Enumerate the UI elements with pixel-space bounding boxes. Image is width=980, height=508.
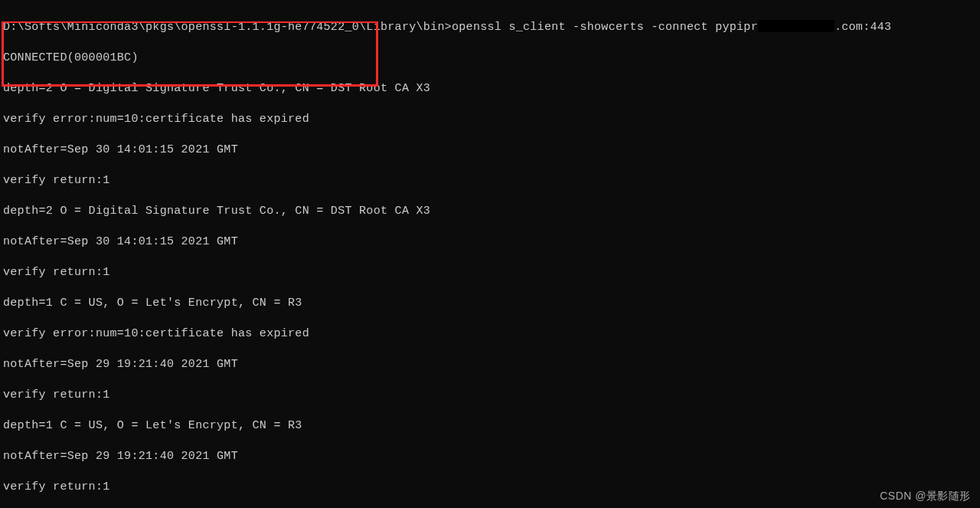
output-line: verify return:1	[3, 480, 977, 495]
output-line: CONNECTED(000001BC)	[3, 51, 977, 66]
output-line: verify error:num=10:certificate has expi…	[3, 112, 977, 127]
output-line: depth=2 O = Digital Signature Trust Co.,…	[3, 204, 977, 219]
output-line: depth=2 O = Digital Signature Trust Co.,…	[3, 81, 977, 97]
command-prompt-line: D:\Softs\Miniconda3\pkgs\openssl-1.1.1g-…	[3, 20, 977, 35]
output-line: verify return:1	[3, 388, 977, 403]
output-line: verify return:1	[3, 173, 977, 188]
terminal-output: D:\Softs\Miniconda3\pkgs\openssl-1.1.1g-…	[0, 0, 980, 508]
censored-hostname	[758, 20, 835, 32]
command-suffix: .com:443	[835, 21, 891, 34]
output-line: depth=1 C = US, O = Let's Encrypt, CN = …	[3, 296, 977, 311]
output-line: depth=1 C = US, O = Let's Encrypt, CN = …	[3, 418, 977, 434]
prompt-path: D:\Softs\Miniconda3\pkgs\openssl-1.1.1g-…	[3, 21, 452, 34]
output-line: verify return:1	[3, 265, 977, 280]
output-line: notAfter=Sep 29 19:21:40 2021 GMT	[3, 449, 977, 464]
watermark-text: CSDN @景影随形	[880, 488, 971, 503]
output-line: verify error:num=10:certificate has expi…	[3, 326, 977, 342]
output-line: notAfter=Sep 30 14:01:15 2021 GMT	[3, 234, 977, 250]
command-prefix: openssl s_client -showcerts -connect pyp…	[452, 21, 758, 34]
output-line: notAfter=Sep 30 14:01:15 2021 GMT	[3, 143, 977, 158]
output-line: notAfter=Sep 29 19:21:40 2021 GMT	[3, 357, 977, 372]
